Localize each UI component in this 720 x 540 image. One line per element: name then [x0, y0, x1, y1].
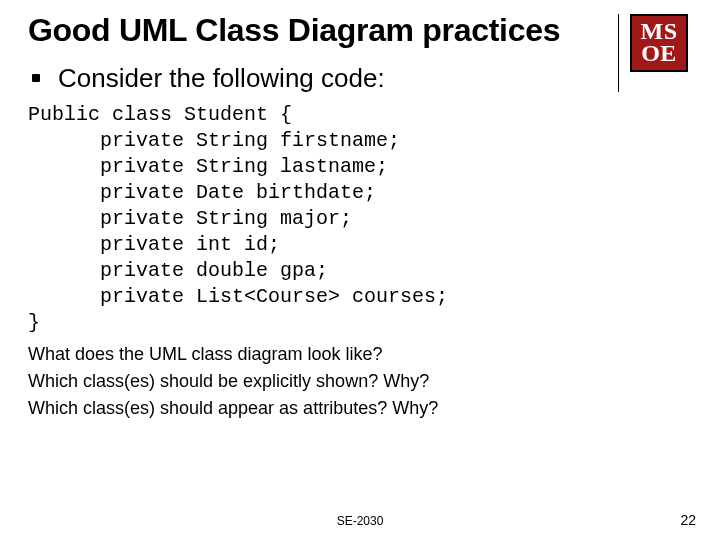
- logo-divider: [618, 14, 619, 92]
- page-title: Good UML Class Diagram practices: [28, 12, 692, 49]
- lead-text: Consider the following code:: [58, 63, 385, 94]
- footer-center: SE-2030: [0, 514, 720, 528]
- code-line: private List<Course> courses;: [28, 285, 448, 308]
- body: Consider the following code: Public clas…: [28, 63, 692, 422]
- code-block: Public class Student { private String fi…: [28, 102, 692, 336]
- code-line: Public class Student {: [28, 103, 292, 126]
- question-line: Which class(es) should appear as attribu…: [28, 396, 692, 421]
- code-line: private Date birthdate;: [28, 181, 376, 204]
- questions: What does the UML class diagram look lik…: [28, 342, 692, 422]
- bullet-icon: [32, 74, 40, 82]
- code-line: private String lastname;: [28, 155, 388, 178]
- logo-line-2: OE: [641, 43, 677, 65]
- question-line: Which class(es) should be explicitly sho…: [28, 369, 692, 394]
- lead-row: Consider the following code:: [28, 63, 692, 94]
- code-line: private String firstname;: [28, 129, 400, 152]
- slide: Good UML Class Diagram practices MS OE C…: [0, 0, 720, 540]
- question-line: What does the UML class diagram look lik…: [28, 342, 692, 367]
- footer-page-number: 22: [680, 512, 696, 528]
- code-line: private double gpa;: [28, 259, 328, 282]
- code-line: private String major;: [28, 207, 352, 230]
- code-line: private int id;: [28, 233, 280, 256]
- title-block: Good UML Class Diagram practices MS OE: [28, 12, 692, 49]
- logo-box: MS OE: [630, 14, 688, 72]
- code-line: }: [28, 311, 40, 334]
- logo: MS OE: [630, 14, 688, 72]
